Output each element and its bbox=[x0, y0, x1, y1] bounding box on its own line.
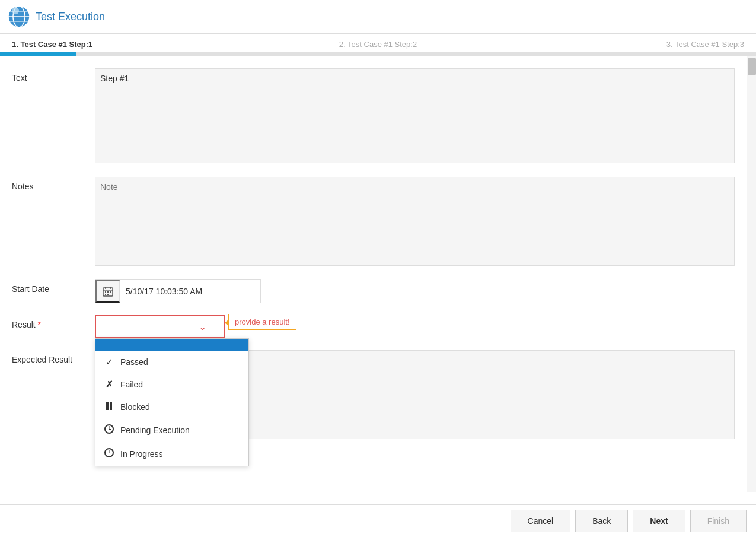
dropdown-item-passed[interactable]: ✓ Passed bbox=[95, 351, 248, 373]
notes-row: Notes bbox=[12, 177, 747, 268]
main-content: Text Step #1 Notes Start Date bbox=[0, 56, 756, 492]
dropdown-item-pending-label: Pending Execution bbox=[120, 425, 190, 435]
svg-rect-11 bbox=[105, 291, 106, 293]
dropdown-item-inprogress-label: In Progress bbox=[120, 449, 163, 459]
chevron-down-icon: ⌄ bbox=[199, 321, 206, 332]
svg-point-6 bbox=[12, 7, 19, 14]
start-date-label: Start Date bbox=[12, 279, 95, 294]
expected-result-label: Expected Result bbox=[12, 350, 95, 364]
clock-pending-icon bbox=[104, 424, 114, 436]
result-required: * bbox=[38, 320, 41, 329]
result-dropdown-menu: ✓ Passed ✗ Failed Blocked bbox=[95, 338, 249, 466]
date-input-wrap: 5/10/17 10:03:50 AM bbox=[95, 279, 261, 303]
text-control-wrap: Step #1 bbox=[95, 68, 735, 165]
next-button[interactable]: Next bbox=[633, 510, 685, 532]
x-icon: ✗ bbox=[104, 379, 114, 390]
svg-rect-15 bbox=[107, 294, 109, 295]
clock-inprogress-icon bbox=[104, 448, 114, 460]
result-dropdown-wrap: ⌄ provide a result! ✓ Pas bbox=[95, 315, 225, 338]
dropdown-item-passed-label: Passed bbox=[120, 357, 148, 367]
scrollbar-track[interactable] bbox=[747, 56, 756, 492]
content-scroll[interactable]: Text Step #1 Notes Start Date bbox=[0, 56, 747, 492]
svg-rect-13 bbox=[110, 291, 111, 293]
result-select-display[interactable]: ⌄ bbox=[95, 315, 225, 338]
progress-bar-container bbox=[0, 52, 756, 56]
start-date-row: Start Date 5/10/17 10:03:50 bbox=[12, 279, 747, 303]
cancel-button[interactable]: Cancel bbox=[511, 510, 571, 532]
text-label: Text bbox=[12, 68, 95, 82]
app-header: Test Execution bbox=[0, 0, 756, 34]
dropdown-item-blocked-label: Blocked bbox=[120, 402, 150, 412]
dropdown-item-blocked[interactable]: Blocked bbox=[95, 396, 248, 418]
svg-rect-14 bbox=[105, 294, 106, 295]
calendar-button[interactable] bbox=[95, 280, 120, 303]
step-1: 1. Test Case #1 Step:1 bbox=[12, 40, 256, 49]
notes-control-wrap bbox=[95, 177, 735, 268]
dropdown-item-blank[interactable] bbox=[95, 339, 248, 351]
notes-textarea[interactable] bbox=[95, 177, 735, 266]
notes-label: Notes bbox=[12, 177, 95, 191]
svg-rect-12 bbox=[107, 291, 109, 293]
step-2: 2. Test Case #1 Step:2 bbox=[256, 40, 500, 49]
dropdown-item-inprogress[interactable]: In Progress bbox=[95, 442, 248, 466]
globe-icon bbox=[7, 5, 31, 28]
progress-bar-fill bbox=[0, 52, 76, 56]
app-title: Test Execution bbox=[36, 11, 105, 23]
start-date-value: 5/10/17 10:03:50 AM bbox=[120, 282, 208, 301]
text-textarea[interactable]: Step #1 bbox=[95, 68, 735, 163]
result-control-wrap: ⌄ provide a result! ✓ Pas bbox=[95, 315, 735, 338]
scrollbar-thumb[interactable] bbox=[748, 58, 756, 75]
dropdown-item-failed[interactable]: ✗ Failed bbox=[95, 373, 248, 396]
finish-button[interactable]: Finish bbox=[690, 510, 747, 532]
back-button[interactable]: Back bbox=[575, 510, 628, 532]
dropdown-item-pending[interactable]: Pending Execution bbox=[95, 418, 248, 442]
result-tooltip: provide a result! bbox=[228, 314, 296, 330]
footer: Cancel Back Next Finish bbox=[0, 504, 756, 537]
dropdown-item-failed-label: Failed bbox=[120, 380, 143, 389]
steps-container: 1. Test Case #1 Step:1 2. Test Case #1 S… bbox=[0, 34, 756, 56]
calendar-icon bbox=[103, 286, 113, 297]
check-icon: ✓ bbox=[104, 357, 114, 367]
result-row: Result * ⌄ provide a result! bbox=[12, 315, 747, 338]
blocked-icon bbox=[104, 402, 114, 412]
step-3: 3. Test Case #1 Step:3 bbox=[500, 40, 744, 49]
text-row: Text Step #1 bbox=[12, 68, 747, 165]
result-label: Result * bbox=[12, 315, 95, 329]
